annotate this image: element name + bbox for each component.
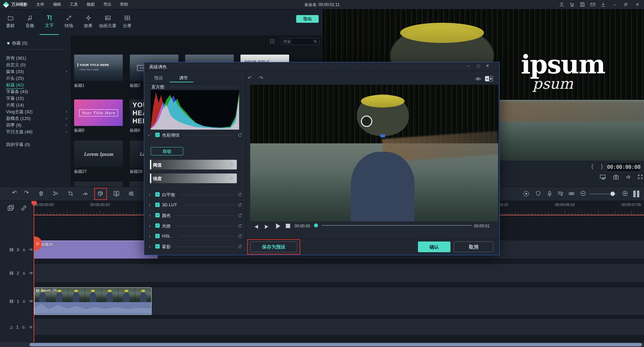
eye-icon[interactable] <box>29 270 34 276</box>
marker-shield-icon[interactable] <box>535 190 541 197</box>
add-track-icon[interactable] <box>7 204 15 212</box>
panel-bars-icon-2[interactable] <box>637 191 639 197</box>
save-preset-button[interactable]: 保存为预设 <box>250 241 297 252</box>
ab-compare-icon[interactable]: A B <box>485 76 493 81</box>
export-button[interactable]: 导出 <box>296 15 319 23</box>
tab-presets[interactable]: 预设 <box>154 75 163 81</box>
menu-item-文件[interactable]: 文件 <box>36 2 44 7</box>
group-白平衡[interactable]: ›✓白平衡 <box>144 192 246 198</box>
slider-handle[interactable] <box>150 174 151 183</box>
speaker-icon[interactable] <box>29 324 34 330</box>
template-thumbnail[interactable] <box>74 182 123 187</box>
dialog-seek-track[interactable] <box>322 225 472 226</box>
group-3D LUT[interactable]: ›✓3D LUT <box>144 202 246 209</box>
panel-bars-icon[interactable] <box>633 191 636 197</box>
lock-icon[interactable] <box>22 299 26 304</box>
dialog-seek-handle[interactable] <box>314 223 318 227</box>
dialog-minimize-button[interactable]: – <box>467 63 470 68</box>
compare-eye-icon[interactable] <box>475 76 481 82</box>
sidebar-item-片尾 (14)[interactable]: 片尾 (14) <box>6 102 24 108</box>
auto-button[interactable]: 自动 <box>151 147 183 155</box>
chevron-right-icon[interactable]: › <box>149 234 151 238</box>
dialog-close-button[interactable]: ✕ <box>486 63 489 68</box>
chevron-right-icon[interactable]: › <box>149 213 151 218</box>
adjustment-icon[interactable] <box>128 190 135 197</box>
dialog-redo-icon[interactable]: ↷ <box>259 74 263 82</box>
group-晕影[interactable]: ›✓晕影 <box>144 244 246 250</box>
window-minimize-button[interactable]: – <box>613 2 616 7</box>
tab-分屏[interactable]: 分屏 <box>117 9 137 35</box>
chevron-right-icon[interactable]: › <box>66 129 67 134</box>
video-clip[interactable]: Travel_05 <box>34 287 152 315</box>
zoom-fit-icon[interactable] <box>568 190 575 197</box>
reset-icon[interactable] <box>237 244 243 249</box>
reset-icon[interactable] <box>237 213 243 218</box>
group-checkbox[interactable]: ✓ <box>155 192 160 197</box>
dialog-title-bar[interactable]: 高级调色 – ▢ ✕ <box>144 62 499 71</box>
menu-item-视图[interactable]: 视图 <box>87 2 95 7</box>
tab-转场[interactable]: 转场 <box>59 9 78 35</box>
slider-handle[interactable] <box>150 160 151 169</box>
mute-speaker-icon[interactable] <box>626 174 632 180</box>
display-settings-icon[interactable] <box>599 174 606 181</box>
tab-素材[interactable]: 素材 <box>1 9 20 35</box>
strength-slider[interactable]: 强度 0 <box>150 174 237 183</box>
sidebar-item-片头 (25)[interactable]: 片头 (25) <box>6 75 24 81</box>
chevron-right-icon[interactable]: › <box>66 109 67 114</box>
lock-icon[interactable] <box>21 325 25 330</box>
group-HSL[interactable]: ›✓HSL <box>144 233 246 240</box>
track-header-video3[interactable]: 3 <box>0 240 34 259</box>
group-checkbox[interactable]: ✓ <box>155 234 160 238</box>
sidebar-item-自定义 (0)[interactable]: 自定义 (0) <box>6 62 26 68</box>
sidebar-item-my-subtitles[interactable]: 我的字幕 (0) <box>6 142 30 148</box>
next-frame-button[interactable] <box>264 224 270 229</box>
track-header-video2[interactable]: 2 <box>0 264 34 282</box>
fullscreen-icon[interactable] <box>637 174 643 180</box>
window-restore-button[interactable] <box>623 2 628 7</box>
menu-item-编辑[interactable]: 编辑 <box>53 2 61 7</box>
group-checkbox[interactable]: ✓ <box>155 244 160 249</box>
menu-item-帮助[interactable]: 帮助 <box>120 2 128 7</box>
chevron-right-icon[interactable]: › <box>149 192 151 197</box>
color-correction-icon[interactable] <box>97 190 104 197</box>
chevron-right-icon[interactable]: › <box>149 244 151 249</box>
eye-icon[interactable] <box>29 247 34 253</box>
chevron-right-icon[interactable]: › <box>66 122 67 127</box>
reset-icon[interactable] <box>237 223 243 228</box>
snapshot-camera-icon[interactable] <box>613 174 619 180</box>
track-header-video1[interactable]: 1 <box>0 287 34 315</box>
eye-icon[interactable] <box>29 298 34 304</box>
undo-icon[interactable]: ↶ <box>12 189 17 197</box>
zoom-in-icon[interactable] <box>622 190 628 197</box>
dialog-undo-icon[interactable]: ↶ <box>248 74 252 82</box>
timeline-scrollbar-track[interactable] <box>0 342 644 347</box>
reset-icon[interactable] <box>237 192 243 197</box>
redo-icon[interactable]: ↷ <box>24 189 29 197</box>
render-preview-icon[interactable] <box>523 190 530 197</box>
menu-item-工具[interactable]: 工具 <box>70 2 78 7</box>
chevron-down-icon[interactable]: › <box>147 135 152 136</box>
timeline-scrollbar-handle[interactable] <box>30 343 642 346</box>
window-close-button[interactable]: ✕ <box>636 2 639 7</box>
sidebar-item-favorites[interactable]: 收藏 (0) <box>6 40 28 46</box>
playhead-line[interactable] <box>34 201 34 342</box>
cancel-button[interactable]: 取消 <box>454 241 493 252</box>
crop-icon[interactable] <box>67 190 74 197</box>
chevron-right-icon[interactable]: › <box>66 69 67 74</box>
link-clips-icon[interactable] <box>20 204 28 212</box>
reset-icon[interactable] <box>237 203 243 208</box>
tab-效果[interactable]: 效果 <box>78 9 98 35</box>
sidebar-item-媒体 (33)[interactable]: 媒体 (33) <box>6 69 24 75</box>
save-icon[interactable] <box>580 2 585 7</box>
preview-subtitle-text[interactable]: psum <box>533 75 573 92</box>
sidebar-item-所有 (381)[interactable]: 所有 (381) <box>6 55 26 61</box>
delete-trash-icon[interactable] <box>38 190 44 197</box>
tab-动画元素[interactable]: 动画元素 <box>98 9 117 35</box>
lock-icon[interactable] <box>22 247 26 252</box>
template-thumbnail[interactable]: YOUR TITLE HEREYOUR TEXT HERE <box>74 55 123 81</box>
dialog-maximize-button[interactable]: ▢ <box>477 64 480 68</box>
reset-icon[interactable] <box>237 133 243 138</box>
template-thumbnail[interactable]: Lorem Ipsum <box>74 141 123 167</box>
motion-track-icon[interactable] <box>113 190 120 197</box>
confirm-button[interactable]: 确认 <box>418 241 450 252</box>
